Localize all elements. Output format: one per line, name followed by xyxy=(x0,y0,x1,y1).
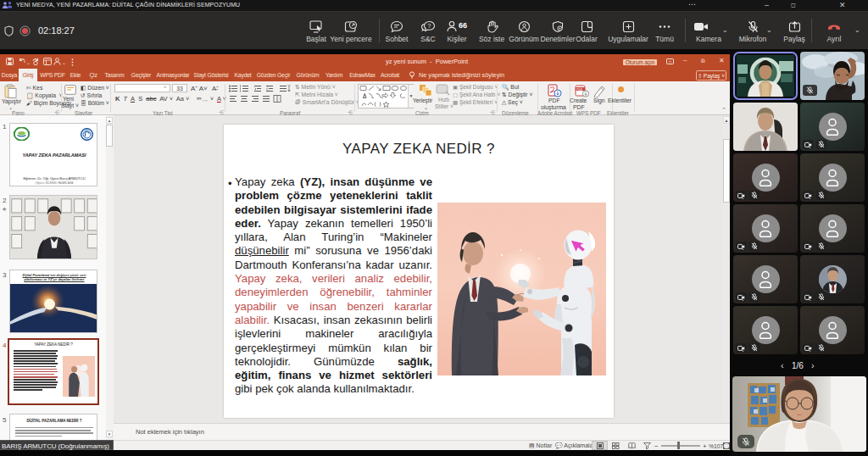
svg-text:?: ? xyxy=(428,23,431,29)
svg-text:PDF: PDF xyxy=(576,88,583,92)
svg-text:66: 66 xyxy=(459,21,467,30)
